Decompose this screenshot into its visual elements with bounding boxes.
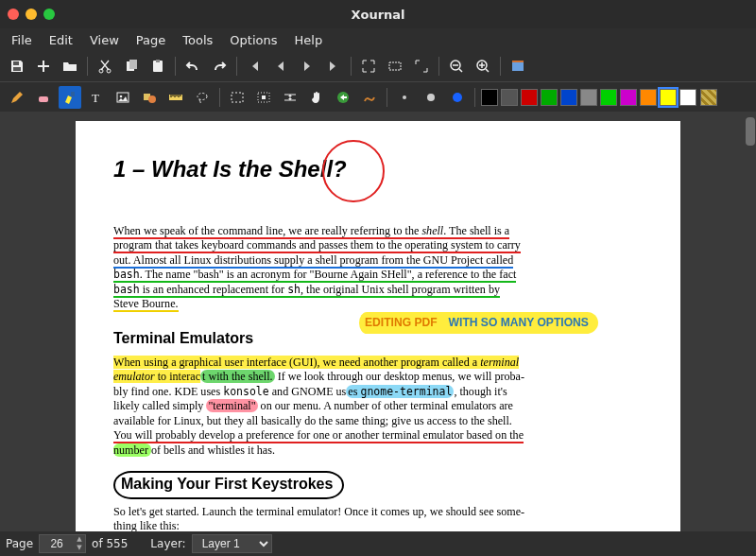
ruler-tool[interactable] [164,86,187,109]
stroke-tool[interactable] [358,86,381,109]
thickness-thick[interactable] [446,86,469,109]
svg-text:T: T [92,91,99,105]
window-maximize-button[interactable] [43,9,55,20]
svg-point-19 [148,96,156,103]
menu-tools[interactable]: Tools [175,30,220,50]
annotation-banner: EDITING PDF WITH SO MANY OPTIONS [359,312,598,334]
document-viewport[interactable]: 1 – What Is the Shell? When we speak of … [0,112,756,531]
svg-rect-11 [512,62,524,71]
page-up-arrow[interactable]: ▲ [74,535,85,544]
color-swatch-10[interactable] [679,89,696,106]
layer-select[interactable]: Layer 1 [192,534,272,553]
color-swatch-4[interactable] [560,89,577,106]
save-button[interactable] [6,55,28,78]
copy-button[interactable] [120,55,143,78]
svg-rect-1 [13,67,21,71]
color-swatch-0[interactable] [481,89,498,106]
page-number-spinner[interactable]: ▲ ▼ [39,534,86,553]
color-swatch-2[interactable] [521,89,538,106]
arrow-tool[interactable] [332,86,354,109]
heading-terminal-emulators: Terminal Emulators [113,329,253,348]
color-swatch-1[interactable] [501,89,518,106]
page-setup-button[interactable] [507,55,529,78]
new-button[interactable] [32,55,55,78]
tools-toolbar: T [0,81,756,112]
shapes-tool[interactable] [138,86,161,109]
thickness-medium[interactable] [420,86,442,109]
vertical-space-tool[interactable] [279,86,301,109]
heading-first-keystrokes: Making Your First Keystrokes [121,475,333,494]
titlebar: Xournal [0,0,756,28]
paragraph-3: So let's get started. Launch the termina… [113,505,643,531]
menu-file[interactable]: File [4,30,40,50]
lasso-tool[interactable] [191,86,214,109]
next-page-button[interactable] [296,55,318,78]
menu-view[interactable]: View [82,30,127,50]
hand-tool[interactable] [305,86,328,109]
fullscreen-button[interactable] [410,55,433,78]
paragraph-2: When using a graphical user interface (G… [113,356,643,458]
text-tool[interactable]: T [85,86,108,109]
select-region-tool[interactable] [252,86,275,109]
svg-rect-22 [232,93,243,102]
statusbar: Page ▲ ▼ of 555 Layer: Layer 1 [0,531,756,556]
scrollbar-thumb[interactable] [746,117,755,146]
svg-rect-12 [512,61,524,62]
svg-rect-0 [13,61,19,65]
highlighter-tool[interactable] [59,86,81,109]
eraser-tool[interactable] [32,86,55,109]
zoom-width-button[interactable] [384,55,406,78]
svg-rect-5 [129,60,137,69]
zoom-fit-button[interactable] [357,55,380,78]
menu-edit[interactable]: Edit [42,30,80,50]
paragraph-1: When we speak of the command line, we ar… [113,224,643,312]
paste-button[interactable] [146,55,169,78]
prev-page-button[interactable] [269,55,292,78]
window-minimize-button[interactable] [26,9,37,20]
layer-label: Layer: [150,537,185,550]
svg-rect-8 [389,62,401,70]
page-label: Page [6,537,33,550]
select-rect-tool[interactable] [226,86,249,109]
page-number-input[interactable] [40,537,74,550]
svg-rect-7 [156,60,160,62]
menu-page[interactable]: Page [129,30,173,50]
menubar: File Edit View Page Tools Options Help [0,28,756,51]
annotation-heading-circle: Making Your First Keystrokes [113,471,344,498]
app-title: Xournal [0,8,756,22]
main-toolbar [0,51,756,81]
color-swatch-8[interactable] [640,89,657,106]
page-heading: 1 – What Is the Shell? [113,155,643,184]
svg-rect-14 [71,92,75,96]
zoom-in-button[interactable] [472,55,494,78]
redo-button[interactable] [208,55,231,78]
last-page-button[interactable] [322,55,345,78]
first-page-button[interactable] [243,55,266,78]
cut-button[interactable] [94,55,116,78]
svg-rect-13 [39,96,48,102]
color-swatch-3[interactable] [541,89,558,106]
color-swatch-9[interactable] [660,89,677,106]
window-close-button[interactable] [8,9,19,20]
color-swatch-6[interactable] [600,89,617,106]
pdf-page: 1 – What Is the Shell? When we speak of … [76,121,680,531]
pen-tool[interactable] [6,86,28,109]
svg-point-21 [198,93,207,99]
color-swatch-5[interactable] [580,89,597,106]
thickness-thin[interactable] [393,86,416,109]
color-swatch-7[interactable] [620,89,637,106]
menu-options[interactable]: Options [222,30,284,50]
page-down-arrow[interactable]: ▼ [74,544,85,552]
color-custom[interactable] [700,89,717,106]
svg-point-17 [120,95,123,97]
image-tool[interactable] [112,86,134,109]
menu-help[interactable]: Help [287,30,331,50]
open-button[interactable] [59,55,81,78]
zoom-out-button[interactable] [445,55,468,78]
page-total: of 555 [92,537,128,550]
vertical-scrollbar[interactable] [745,112,756,531]
undo-button[interactable] [181,55,204,78]
